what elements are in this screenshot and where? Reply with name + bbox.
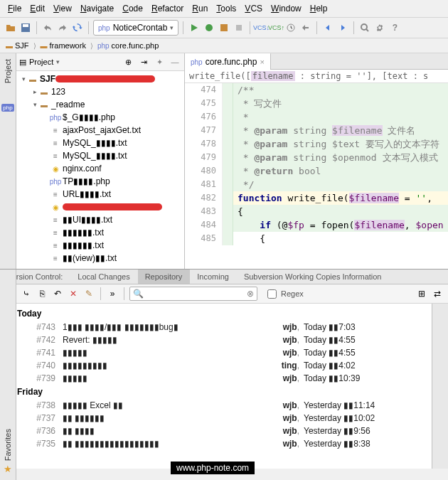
- forward-icon[interactable]: [336, 21, 349, 34]
- code-line[interactable]: 481 */: [185, 178, 448, 191]
- log-row[interactable]: #735▮▮ ▮▮▮▮▮▮▮▮▮▮▮▮▮▮▮▮▮wjb,Yesterday ▮▮…: [7, 437, 425, 450]
- log-group-header[interactable]: ▾Today: [7, 309, 425, 319]
- code-line[interactable]: 483{: [185, 205, 448, 218]
- menu-help[interactable]: Help: [306, 2, 331, 15]
- vcs-commit-icon[interactable]: VCS↑: [270, 21, 282, 34]
- vcs-revert-icon[interactable]: [299, 21, 312, 34]
- tree-twisty[interactable]: [42, 139, 50, 147]
- tree-item[interactable]: ≡MySQL_▮▮▮▮.txt: [16, 149, 184, 162]
- menu-navigate[interactable]: Navigate: [77, 2, 117, 15]
- tree-item[interactable]: php$_G▮▮▮▮.php: [16, 111, 184, 124]
- open-icon[interactable]: [4, 21, 17, 34]
- code-line[interactable]: 479 * @param string $openmod 文本写入模式: [185, 151, 448, 164]
- menu-view[interactable]: View: [50, 2, 75, 15]
- log-row[interactable]: #741▮▮▮▮▮wjb,Today ▮▮4:55: [7, 346, 425, 359]
- php-tool-icon[interactable]: php: [1, 104, 14, 112]
- tree-item[interactable]: ◉: [16, 201, 184, 213]
- favorites-tab[interactable]: Favorites: [2, 426, 14, 464]
- layout-icon[interactable]: ⊞: [415, 287, 428, 300]
- tree-twisty[interactable]: [42, 126, 50, 134]
- vcs-tab[interactable]: Incoming: [190, 270, 237, 284]
- tree-item[interactable]: ≡▮▮▮▮▮▮.txt: [16, 226, 184, 239]
- vcs-log[interactable]: ▾Today#7431▮▮▮ ▮▮▮▮/▮▮▮ ▮▮▮▮▮▮▮bug▮wjb,T…: [0, 304, 432, 469]
- breadcrumb-item[interactable]: ▬SJF: [3, 40, 32, 51]
- log-group-header[interactable]: ▾Friday: [7, 387, 425, 397]
- tree-item[interactable]: ▾▬SJF: [16, 73, 184, 85]
- tree-item[interactable]: ≡▮▮UI▮▮▮▮.txt: [16, 213, 184, 226]
- tree-twisty[interactable]: [42, 164, 50, 173]
- search-icon[interactable]: [358, 21, 371, 34]
- log-row[interactable]: #738▮▮▮▮▮ Excel ▮▮wjb,Yesterday ▮▮11:14: [7, 399, 425, 412]
- delete-icon[interactable]: ✕: [67, 287, 80, 300]
- log-row[interactable]: #742Revert: ▮▮▮▮▮wjb,Today ▮▮4:55: [7, 334, 425, 346]
- tree-twisty[interactable]: [42, 190, 50, 198]
- target-icon[interactable]: ⊕: [122, 55, 134, 68]
- diff-icon[interactable]: ⇄: [431, 287, 444, 300]
- code-line[interactable]: 480 * @return bool: [185, 164, 448, 178]
- tree-item[interactable]: ≡ajaxPost_ajaxGet.txt: [16, 124, 184, 137]
- vcs-tab[interactable]: Subversion Working Copies Information: [237, 270, 390, 284]
- coverage-icon[interactable]: [218, 21, 230, 34]
- regex-checkbox[interactable]: Regex: [265, 287, 304, 301]
- tree-item[interactable]: phpTP▮▮▮▮.php: [16, 175, 184, 188]
- vcs-update-icon[interactable]: VCS↓: [255, 21, 267, 34]
- tree-item[interactable]: ◉nginx.conf: [16, 162, 184, 175]
- code-line[interactable]: 475 * 写文件: [185, 97, 448, 110]
- tree-item[interactable]: ▸▬123: [16, 85, 184, 98]
- vcs-history-icon[interactable]: [284, 21, 297, 34]
- tree-item[interactable]: ≡▮▮▮▮▮▮.txt: [16, 239, 184, 252]
- run-config-selector[interactable]: php NoticeCrontab ▾: [93, 20, 178, 36]
- tree-twisty[interactable]: ▾: [31, 100, 39, 109]
- code-line[interactable]: 477 * @param string $filename 文件名: [185, 124, 448, 137]
- tree-twisty[interactable]: [42, 215, 50, 224]
- regex-input[interactable]: [267, 289, 277, 299]
- menu-code[interactable]: Code: [119, 2, 146, 15]
- collapse-icon[interactable]: ⇥: [137, 55, 150, 68]
- editor-tab[interactable]: php core.func.php ×: [185, 53, 271, 70]
- chevron-down-icon[interactable]: ▾: [56, 58, 60, 65]
- stop-icon[interactable]: [233, 21, 245, 34]
- log-row[interactable]: #7431▮▮▮ ▮▮▮▮/▮▮▮ ▮▮▮▮▮▮▮bug▮wjb,Today ▮…: [7, 321, 425, 334]
- gear-icon[interactable]: ✦: [153, 55, 166, 68]
- menu-run[interactable]: Run: [188, 2, 211, 15]
- code-line[interactable]: 476 *: [185, 110, 448, 124]
- log-row[interactable]: #740▮▮▮▮▮▮▮▮▮ting,Today ▮▮4:02: [7, 359, 425, 372]
- code-line[interactable]: 482function write_file($filename = '',: [185, 191, 448, 205]
- tree-twisty[interactable]: [42, 241, 50, 250]
- menu-edit[interactable]: Edit: [26, 2, 48, 15]
- tree-item[interactable]: ▾▬_readme: [16, 98, 184, 111]
- clear-icon[interactable]: ⊗: [247, 289, 254, 299]
- tree-twisty[interactable]: [42, 151, 50, 160]
- cherry-pick-icon[interactable]: ⤷: [20, 287, 33, 300]
- code-line[interactable]: 478 * @param string $text 要写入的文本字符: [185, 137, 448, 151]
- menu-tools[interactable]: Tools: [213, 2, 240, 15]
- menu-file[interactable]: File: [4, 2, 25, 15]
- log-row[interactable]: #739▮▮▮▮▮wjb,Today ▮▮10:39: [7, 372, 425, 385]
- sync-icon[interactable]: [71, 21, 84, 34]
- settings-icon[interactable]: [373, 21, 386, 34]
- vcs-tab[interactable]: Local Changes: [70, 270, 137, 284]
- tree-item[interactable]: ≡MySQL_▮▮▮▮.txt: [16, 137, 184, 149]
- revert-commit-icon[interactable]: ↶: [51, 287, 64, 300]
- vcs-search[interactable]: 🔍 ⊗: [129, 287, 257, 301]
- help-icon[interactable]: ?: [388, 21, 401, 34]
- save-icon[interactable]: [19, 21, 32, 34]
- vcs-tab[interactable]: Repository: [138, 270, 191, 284]
- vcs-search-input[interactable]: [144, 289, 247, 299]
- close-icon[interactable]: ×: [260, 58, 264, 66]
- tree-item[interactable]: ≡▮▮(view)▮▮.txt: [16, 252, 184, 265]
- copy-icon[interactable]: ⎘: [36, 287, 48, 300]
- menu-refactor[interactable]: Refactor: [148, 2, 187, 15]
- run-icon[interactable]: [188, 21, 201, 34]
- breadcrumb-item[interactable]: phpcore.func.php: [95, 40, 161, 51]
- star-icon[interactable]: ★: [4, 464, 12, 474]
- code-line[interactable]: 485 {: [185, 232, 448, 245]
- menu-vcs[interactable]: VCS: [241, 2, 266, 15]
- tree-twisty[interactable]: [42, 254, 50, 262]
- tree-twisty[interactable]: ▸: [31, 87, 39, 96]
- hide-icon[interactable]: —: [169, 55, 181, 68]
- back-icon[interactable]: [321, 21, 334, 34]
- edit-icon[interactable]: ✎: [82, 287, 95, 300]
- project-tool-tab[interactable]: Project: [2, 56, 14, 86]
- project-tree[interactable]: ▾▬SJF ▸▬123▾▬_readmephp$_G▮▮▮▮.php≡ajaxP…: [16, 71, 184, 269]
